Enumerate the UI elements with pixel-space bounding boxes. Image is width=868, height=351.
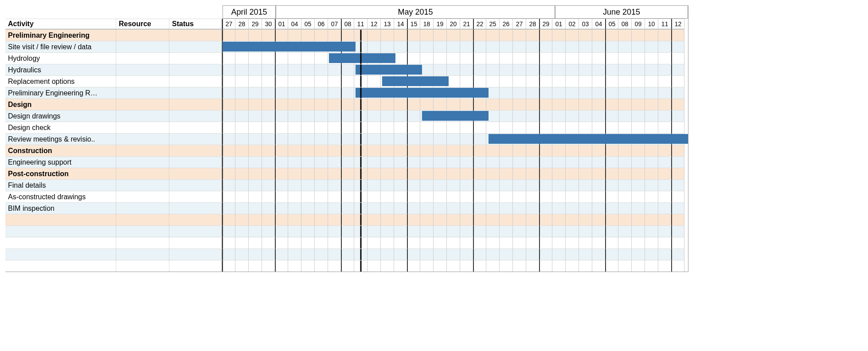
section-label-cell[interactable]	[5, 214, 116, 225]
section-label-cell[interactable]: Preliminary Engineering	[5, 29, 116, 41]
gantt-bar[interactable]	[356, 88, 489, 98]
activity-cell[interactable]: Design drawings	[5, 110, 116, 122]
timeline-cell	[420, 260, 434, 272]
activity-cell[interactable]: Site visit / file review / data	[5, 41, 116, 52]
resource-cell[interactable]	[116, 191, 169, 202]
resource-cell[interactable]	[116, 64, 169, 75]
resource-cell[interactable]	[116, 260, 169, 272]
timeline-cell	[632, 260, 645, 272]
gantt-bar[interactable]	[382, 76, 449, 86]
resource-cell[interactable]	[116, 202, 169, 214]
status-cell[interactable]	[169, 52, 223, 64]
timeline-cell	[420, 214, 434, 225]
resource-cell[interactable]	[116, 52, 169, 64]
timeline-cell	[420, 156, 434, 168]
timeline-cell	[618, 75, 632, 87]
status-cell[interactable]	[169, 179, 223, 191]
timeline-cell	[301, 110, 315, 122]
activity-cell[interactable]: Replacement options	[5, 75, 116, 87]
status-cell[interactable]	[169, 122, 223, 133]
activity-cell[interactable]: Engineering support	[5, 156, 116, 168]
timeline-cell	[434, 191, 447, 202]
status-cell[interactable]	[169, 237, 223, 248]
activity-cell[interactable]: Preliminary Engineering R…	[5, 87, 116, 99]
day-header-cell: 26	[500, 19, 513, 29]
activity-cell[interactable]: Final details	[5, 179, 116, 191]
status-cell[interactable]	[169, 260, 223, 272]
resource-cell[interactable]	[116, 122, 169, 133]
status-cell[interactable]	[169, 225, 223, 237]
status-cell[interactable]	[169, 156, 223, 168]
resource-cell[interactable]	[116, 133, 169, 145]
gantt-bar[interactable]	[489, 134, 688, 144]
timeline-cell	[500, 145, 513, 156]
activity-cell[interactable]	[5, 225, 116, 237]
activity-label: Hydrology	[8, 55, 40, 63]
timeline-cell	[315, 87, 328, 99]
activity-cell[interactable]: Review meetings & revisio..	[5, 133, 116, 145]
resource-cell[interactable]	[116, 214, 169, 225]
status-cell[interactable]	[169, 110, 223, 122]
timeline-cell	[592, 87, 606, 99]
timeline-cell	[235, 225, 249, 237]
status-cell[interactable]	[169, 214, 223, 225]
resource-cell[interactable]	[116, 75, 169, 87]
resource-cell[interactable]	[116, 41, 169, 52]
status-cell[interactable]	[169, 99, 223, 110]
resource-cell[interactable]	[116, 225, 169, 237]
gantt-bar[interactable]	[329, 53, 395, 63]
activity-cell[interactable]	[5, 237, 116, 248]
timeline-cell	[222, 156, 235, 168]
activity-cell[interactable]	[5, 260, 116, 272]
section-label-cell[interactable]: Post-construction	[5, 168, 116, 179]
status-cell[interactable]	[169, 145, 223, 156]
status-cell[interactable]	[169, 191, 223, 202]
activity-cell[interactable]	[5, 248, 116, 260]
resource-cell[interactable]	[116, 145, 169, 156]
timeline-cell	[592, 248, 606, 260]
section-label-cell[interactable]: Construction	[5, 145, 116, 156]
gantt-bar[interactable]	[223, 42, 356, 51]
activity-cell[interactable]: Design check	[5, 122, 116, 133]
timeline-cell	[645, 64, 658, 75]
timeline-cell	[473, 260, 486, 272]
timeline-cell	[500, 75, 513, 87]
timeline-cell	[579, 260, 592, 272]
resource-cell[interactable]	[116, 156, 169, 168]
status-cell[interactable]	[169, 87, 223, 99]
task-row	[5, 248, 688, 260]
month-label: April 2015	[231, 8, 267, 17]
status-cell[interactable]	[169, 75, 223, 87]
timeline-cell	[275, 214, 288, 225]
timeline-cell	[526, 145, 540, 156]
section-label-cell[interactable]: Design	[5, 99, 116, 110]
status-cell[interactable]	[169, 168, 223, 179]
resource-cell[interactable]	[116, 248, 169, 260]
activity-cell[interactable]: Hydrology	[5, 52, 116, 64]
resource-cell[interactable]	[116, 237, 169, 248]
activity-cell[interactable]: As-constructed drawings	[5, 191, 116, 202]
status-cell[interactable]	[169, 64, 223, 75]
status-cell[interactable]	[169, 41, 223, 52]
timeline-cell	[341, 110, 354, 122]
resource-cell[interactable]	[116, 29, 169, 41]
resource-cell[interactable]	[116, 110, 169, 122]
status-cell[interactable]	[169, 133, 223, 145]
resource-cell[interactable]	[116, 87, 169, 99]
resource-cell[interactable]	[116, 179, 169, 191]
gantt-bar[interactable]	[422, 111, 489, 121]
status-cell[interactable]	[169, 202, 223, 214]
gantt-bar[interactable]	[356, 65, 422, 75]
timeline-cell	[605, 29, 618, 41]
timeline-cell	[579, 191, 592, 202]
status-cell[interactable]	[169, 29, 223, 41]
timeline-cell	[275, 179, 288, 191]
resource-cell[interactable]	[116, 168, 169, 179]
timeline-cell	[328, 64, 341, 75]
timeline-cell	[671, 122, 684, 133]
status-cell[interactable]	[169, 248, 223, 260]
timeline-cells	[223, 145, 684, 156]
resource-cell[interactable]	[116, 99, 169, 110]
activity-cell[interactable]: BIM inspection	[5, 202, 116, 214]
activity-cell[interactable]: Hydraulics	[5, 64, 116, 75]
